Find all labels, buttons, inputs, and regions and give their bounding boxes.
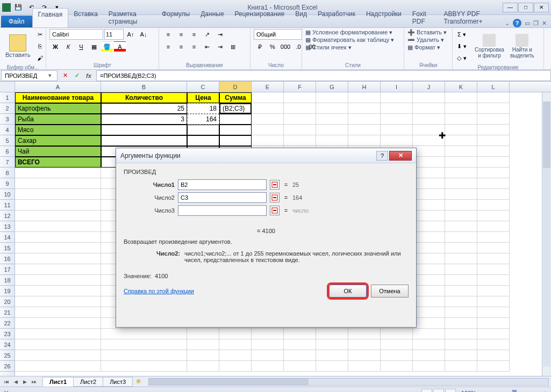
font-name-select[interactable]: [49, 29, 103, 40]
cell-B23[interactable]: [101, 329, 187, 339]
cell-L5[interactable]: [477, 135, 510, 146]
view-normal-icon[interactable]: [421, 389, 432, 393]
sheet-tab-1[interactable]: Лист2: [73, 377, 103, 387]
dialog-close-button[interactable]: ✕: [389, 151, 412, 161]
fill-color-icon[interactable]: 🪣: [101, 41, 113, 52]
cell-A25[interactable]: [15, 350, 101, 361]
cell-K5[interactable]: [445, 135, 477, 146]
cell-L2[interactable]: [477, 103, 510, 114]
cell-L8[interactable]: [477, 168, 510, 178]
dlg-collapse-button-2[interactable]: [270, 206, 280, 215]
cell-A8[interactable]: [15, 168, 101, 178]
cell-K16[interactable]: [445, 253, 477, 264]
cell-L23[interactable]: [477, 329, 510, 339]
cell-I3[interactable]: [381, 114, 413, 125]
cell-D23[interactable]: [219, 329, 252, 339]
cell-L9[interactable]: [477, 178, 510, 189]
row-header-10[interactable]: 10: [0, 189, 15, 200]
ribbon-tab-9[interactable]: Foxit PDF: [407, 8, 439, 27]
horizontal-scrollbar[interactable]: [148, 378, 549, 386]
cell-L3[interactable]: [477, 114, 510, 125]
cell-L11[interactable]: [477, 200, 510, 210]
cell-A15[interactable]: [15, 243, 101, 253]
cell-A5[interactable]: Сахар: [15, 135, 101, 146]
cell-A3[interactable]: Рыба: [15, 114, 101, 125]
align-top-icon[interactable]: ≡: [162, 29, 174, 40]
sheet-nav-next-icon[interactable]: ▶: [20, 378, 29, 386]
cell-A6[interactable]: Чай: [15, 146, 101, 157]
cell-J26[interactable]: [413, 361, 445, 372]
cell-K9[interactable]: [445, 178, 477, 189]
dlg-collapse-button-0[interactable]: [270, 180, 280, 190]
cell-I4[interactable]: [381, 125, 413, 135]
cell-B3[interactable]: 3: [101, 114, 187, 125]
row-header-13[interactable]: 13: [0, 221, 15, 232]
cell-K4[interactable]: [445, 125, 477, 135]
align-center-icon[interactable]: ≡: [175, 41, 187, 52]
cell-E26[interactable]: [252, 361, 284, 372]
decrease-indent-icon[interactable]: ⇤: [201, 41, 213, 52]
cell-A17[interactable]: [15, 264, 101, 275]
cell-K3[interactable]: [445, 114, 477, 125]
cell-L19[interactable]: [477, 286, 510, 296]
cell-G5[interactable]: [316, 135, 348, 146]
row-header-4[interactable]: 4: [0, 125, 15, 135]
cell-E5[interactable]: [252, 135, 284, 146]
new-sheet-button[interactable]: ✻: [132, 378, 144, 385]
cell-B1[interactable]: Количество: [101, 92, 187, 103]
cell-J1[interactable]: [413, 92, 445, 103]
cell-L22[interactable]: [477, 318, 510, 329]
row-header-17[interactable]: 17: [0, 264, 15, 275]
currency-icon[interactable]: ₽: [254, 41, 266, 52]
cell-G2[interactable]: [316, 103, 348, 114]
help-icon[interactable]: ?: [513, 19, 521, 27]
vertical-scrollbar[interactable]: [542, 92, 551, 376]
dlg-arg-input-0[interactable]: [178, 179, 267, 190]
cell-C4[interactable]: [187, 125, 219, 135]
cell-H4[interactable]: [348, 125, 381, 135]
zoom-level[interactable]: 100%: [461, 390, 476, 393]
ribbon-tab-7[interactable]: Разработчик: [312, 8, 361, 27]
cell-H24[interactable]: [348, 339, 381, 350]
cell-L21[interactable]: [477, 307, 510, 318]
cell-C26[interactable]: [187, 361, 219, 372]
row-header-20[interactable]: 20: [0, 296, 15, 307]
cell-A24[interactable]: [15, 339, 101, 350]
sheet-nav-first-icon[interactable]: ⏮: [2, 378, 11, 386]
cell-F23[interactable]: [284, 329, 316, 339]
qat-save-icon[interactable]: 💾: [13, 2, 24, 13]
cell-H25[interactable]: [348, 350, 381, 361]
cell-J11[interactable]: [413, 200, 445, 210]
dlg-collapse-button-1[interactable]: [270, 193, 280, 202]
cell-J22[interactable]: [413, 318, 445, 329]
cell-D5[interactable]: [219, 135, 252, 146]
cell-J3[interactable]: [413, 114, 445, 125]
dialog-help-link[interactable]: Справка по этой функции: [124, 288, 194, 294]
row-header-25[interactable]: 25: [0, 350, 15, 361]
cell-D1[interactable]: Сумма: [219, 92, 252, 103]
cell-K17[interactable]: [445, 264, 477, 275]
cell-L18[interactable]: [477, 275, 510, 286]
cell-B5[interactable]: [101, 135, 187, 146]
cell-J7[interactable]: [413, 157, 445, 168]
cell-A21[interactable]: [15, 307, 101, 318]
cell-D3[interactable]: [219, 114, 252, 125]
cell-A19[interactable]: [15, 286, 101, 296]
cell-J18[interactable]: [413, 275, 445, 286]
col-header-F[interactable]: F: [284, 82, 316, 92]
cell-A13[interactable]: [15, 221, 101, 232]
ribbon-tab-2[interactable]: Разметка страницы: [103, 8, 156, 27]
cell-I26[interactable]: [381, 361, 413, 372]
row-header-3[interactable]: 3: [0, 114, 15, 125]
copy-icon[interactable]: ⎘: [34, 41, 46, 52]
row-header-1[interactable]: 1: [0, 92, 15, 103]
cell-A1[interactable]: Наименование товара: [15, 92, 101, 103]
cell-K12[interactable]: [445, 210, 477, 221]
align-right-icon[interactable]: ≡: [188, 41, 200, 52]
cell-L24[interactable]: [477, 339, 510, 350]
cut-icon[interactable]: ✂: [34, 29, 46, 40]
cell-J25[interactable]: [413, 350, 445, 361]
sheet-tab-0[interactable]: Лист1: [42, 377, 74, 387]
cell-styles-button[interactable]: ▦ Стили ячеек ▾: [305, 44, 352, 51]
row-header-23[interactable]: 23: [0, 329, 15, 339]
